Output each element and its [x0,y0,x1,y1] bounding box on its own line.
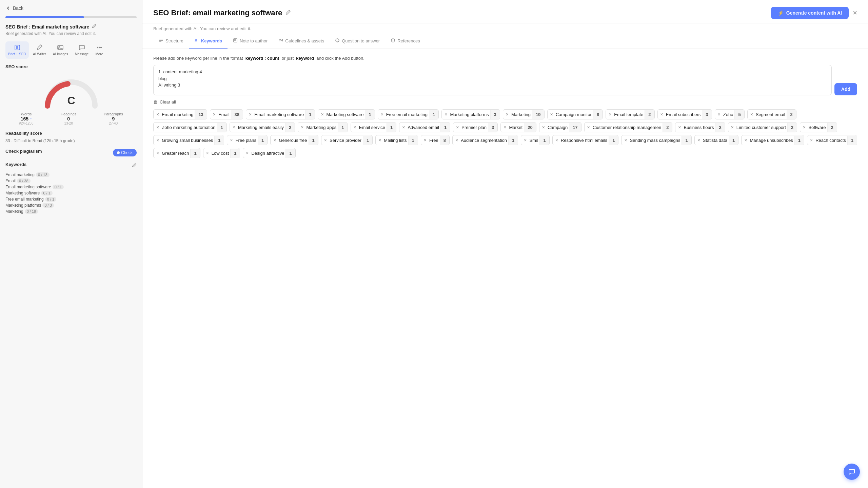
sidebar-item-more[interactable]: More [93,41,106,59]
tag-text: Marketing [511,110,532,119]
keyword-tag: × Advanced email 1 [399,122,450,132]
tag-text: Email [218,110,231,119]
tag-count: 1 [190,149,200,158]
tab-references[interactable]: iReferences [385,34,425,49]
tab-structure[interactable]: Structure [153,34,189,49]
tag-remove-button[interactable]: × [351,123,359,132]
keyword-tag: × Marketing emails easily 2 [230,122,295,132]
tag-text: Reach contacts [815,136,847,145]
generate-button[interactable]: ⚡ Generate content with AI [771,7,849,19]
headings-stat: Headings 0 13-20 [61,112,76,125]
tag-remove-button[interactable]: × [800,123,808,132]
tag-remove-button[interactable]: × [622,135,630,145]
tag-count: 2 [787,110,796,119]
tag-remove-button[interactable]: × [210,110,218,119]
modal-subtitle: Brief generated with AI. You can review … [142,23,868,31]
tag-remove-button[interactable]: × [154,135,162,145]
tag-remove-button[interactable]: × [246,110,254,119]
tag-remove-button[interactable]: × [748,110,756,119]
sidebar-item-ai-images[interactable]: AI Images [50,41,71,59]
tag-remove-button[interactable]: × [154,148,162,158]
tab-keywords[interactable]: #Keywords [189,34,228,49]
tag-remove-button[interactable]: × [421,135,429,145]
tag-remove-button[interactable]: × [298,123,306,132]
tab-note-to-author[interactable]: Note to author [228,34,273,49]
tag-remove-button[interactable]: × [230,123,238,132]
tag-remove-button[interactable]: × [695,135,703,145]
tag-count: 1 [387,123,396,132]
tag-remove-button[interactable]: × [606,110,614,119]
keyword-list-item: Email0 / 38 [5,179,137,183]
sidebar-nav: Brief + SEO AI Writer AI Images Message … [5,41,137,59]
tag-remove-button[interactable]: × [203,148,212,158]
plagiarism-section: Check plagiarism Check [5,149,137,156]
tag-remove-button[interactable]: × [243,148,251,158]
keywords-edit-icon[interactable] [132,163,137,169]
tag-count: 1 [440,123,450,132]
tag-remove-button[interactable]: × [318,110,326,119]
tag-remove-button[interactable]: × [521,135,529,145]
tag-remove-button[interactable]: × [553,135,561,145]
keyword-tag: × Software 2 [800,122,837,132]
tag-count: 13 [195,110,206,119]
tag-remove-button[interactable]: × [399,123,408,132]
close-button[interactable]: × [853,8,857,17]
tag-remove-button[interactable]: × [658,110,666,119]
tag-count: 1 [363,136,372,145]
tag-remove-button[interactable]: × [453,135,461,145]
modal-edit-icon[interactable] [285,10,291,16]
clear-all-row[interactable]: 🗑 Clear all [153,99,857,105]
tag-remove-button[interactable]: × [728,123,736,132]
tag-remove-button[interactable]: × [154,123,162,132]
tag-remove-button[interactable]: × [378,110,386,119]
keyword-tag: × Customer relationship managemen 2 [584,122,673,132]
sidebar-item-ai-writer[interactable]: AI Writer [30,41,49,59]
keyword-tag: × Free 8 [421,135,450,145]
tab-guidelines[interactable]: Guidelines & assets [273,34,330,49]
tag-remove-button[interactable]: × [227,135,235,145]
keyword-textarea[interactable] [153,65,832,95]
tag-remove-button[interactable]: × [376,135,384,145]
tag-remove-button[interactable]: × [807,135,815,145]
tag-remove-button[interactable]: × [503,110,511,119]
add-button[interactable]: Add [834,83,857,95]
tag-text: Business hours [684,123,715,132]
tag-remove-button[interactable]: × [442,110,450,119]
tag-text: Generous free [279,136,308,145]
tag-text: Marketing platforms [450,110,490,119]
tag-remove-button[interactable]: × [548,110,556,119]
tag-text: Email marketing [162,110,195,119]
seo-score-title: SEO score [5,64,137,69]
tag-remove-button[interactable]: × [154,110,162,119]
back-button[interactable]: Back [5,5,137,11]
tag-text: Greater reach [162,149,190,158]
svg-text:C: C [67,94,75,107]
sidebar-item-brief-seo[interactable]: Brief + SEO [5,41,29,59]
references-tab-icon: i [391,38,395,44]
tag-remove-button[interactable]: × [715,110,723,119]
tag-text: Customer relationship managemen [593,123,663,132]
tag-remove-button[interactable]: × [321,135,330,145]
chat-button[interactable] [844,464,860,480]
tag-remove-button[interactable]: × [453,123,461,132]
tag-remove-button[interactable]: × [539,123,548,132]
tag-remove-button[interactable]: × [271,135,279,145]
keyword-tag: × Mailing lists 1 [375,135,418,145]
tag-count: 1 [682,136,691,145]
tag-text: Email template [614,110,645,119]
sidebar-item-message[interactable]: Message [72,41,92,59]
tag-remove-button[interactable]: × [675,123,684,132]
tag-remove-button[interactable]: × [585,123,593,132]
tag-count: 8 [593,110,603,119]
tag-count: 20 [524,123,536,132]
tab-question[interactable]: ?Question to answer [330,34,385,49]
edit-icon[interactable] [92,24,97,30]
brief-title-row: SEO Brief : Email marketing software [5,24,137,30]
seo-score-section: SEO score C Words 165 ↑ #24-1236 Heading… [5,64,137,125]
readability-section: Readability score 33 - Difficult to Read… [5,131,137,143]
keyword-tag: × Email subscribers 3 [657,109,712,119]
tag-count: 1 [609,136,618,145]
tag-remove-button[interactable]: × [501,123,509,132]
check-button[interactable]: Check [113,149,137,156]
tag-remove-button[interactable]: × [742,135,750,145]
